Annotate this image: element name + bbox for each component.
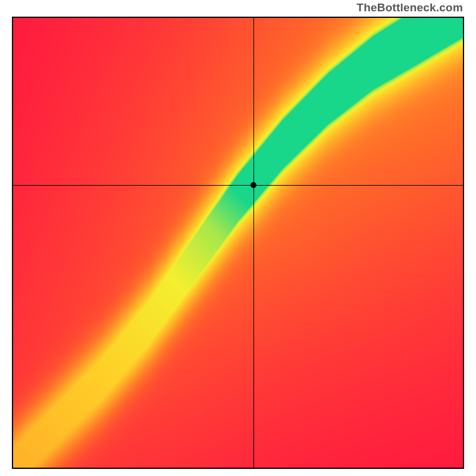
plot-area[interactable] (12, 17, 464, 469)
crosshair-horizontal (13, 185, 463, 186)
crosshair[interactable] (13, 18, 463, 468)
marker-dot[interactable] (250, 182, 256, 188)
crosshair-vertical (253, 18, 254, 468)
chart-container: TheBottleneck.com (0, 0, 476, 476)
attribution-text: TheBottleneck.com (356, 1, 463, 14)
